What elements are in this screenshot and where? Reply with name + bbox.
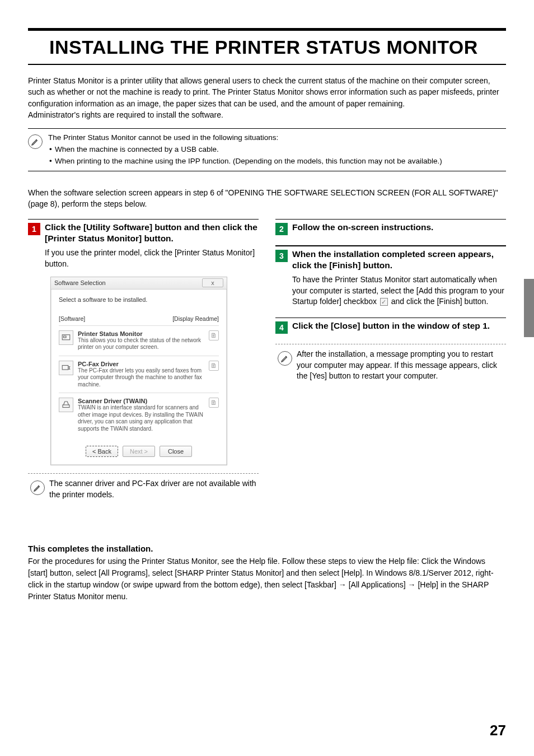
step-1-body: If you use the printer model, click the …: [45, 248, 259, 269]
left-column: 1 Click the [Utility Software] button an…: [28, 219, 259, 511]
pcfax-icon: [59, 361, 73, 375]
pencil-note-icon: [30, 480, 45, 495]
dialog-instruction: Select a software to be installed.: [59, 296, 219, 303]
svg-rect-2: [62, 365, 68, 370]
page-number: 27: [490, 722, 506, 739]
step-4: 4 Click the [Close] button in the window…: [275, 318, 506, 334]
side-tab: [524, 279, 534, 337]
step-2-bar: [275, 219, 506, 220]
note-right-text: After the installation, a message prompt…: [297, 349, 506, 382]
finish-body: For the procedures for using the Printer…: [28, 556, 506, 603]
pcfax-title: PC-Fax Driver: [78, 361, 204, 367]
step-4-badge: 4: [275, 321, 288, 334]
checkbox-icon: [380, 298, 388, 306]
finish-title: This completes the installation.: [28, 544, 506, 553]
step-3-bar: [275, 245, 506, 246]
step-4-bar: [275, 318, 506, 319]
note-left-text: The scanner driver and PC-Fax driver are…: [49, 478, 259, 500]
twain-desc: TWAIN is an interface standard for scann…: [78, 404, 204, 432]
svg-rect-1: [64, 336, 67, 338]
software-selection-dialog: Software Selection x Select a software t…: [50, 277, 227, 466]
step-1-title: Click the [Utility Software] button and …: [45, 222, 259, 244]
note-right: After the installation, a message prompt…: [278, 349, 506, 382]
step-3-body: To have the Printer Status Monitor start…: [292, 274, 506, 307]
readme-button-psm[interactable]: 🗎: [209, 330, 219, 340]
step-2-title: Follow the on-screen instructions.: [292, 222, 433, 233]
step-1: 1 Click the [Utility Software] button an…: [28, 219, 259, 501]
step-1-badge: 1: [28, 223, 40, 235]
note-left: The scanner driver and PC-Fax driver are…: [30, 478, 259, 500]
dialog-column-labels: [Software] [Display Readme]: [59, 315, 219, 322]
step-1-bar: [28, 219, 259, 220]
step-2: 2 Follow the on-screen instructions.: [275, 219, 506, 236]
finish-block: This completes the installation. For the…: [28, 544, 506, 603]
rule-top: [28, 28, 506, 31]
psm-desc: This allows you to check the status of t…: [78, 337, 204, 351]
intro-p1: Printer Status Monitor is a printer util…: [28, 75, 506, 109]
software-item-pcfax[interactable]: PC-Fax Driver The PC-Fax driver lets you…: [59, 356, 219, 393]
dialog-label-software: [Software]: [59, 315, 85, 322]
intro-text: Printer Status Monitor is a printer util…: [28, 75, 506, 120]
rule-under-title: [28, 64, 506, 65]
step-3-body-b: and click the [Finish] button.: [391, 297, 489, 306]
next-button[interactable]: Next >: [123, 446, 155, 457]
callout-text: When the software selection screen appea…: [28, 187, 506, 210]
dialog-titlebar: Software Selection x: [51, 277, 227, 290]
twain-title: Scanner Driver (TWAIN): [78, 398, 204, 404]
pcfax-desc: The PC-Fax driver lets you easily send f…: [78, 367, 204, 389]
step-3: 3 When the installation completed screen…: [275, 245, 506, 307]
note-box-top: The Printer Status Monitor cannot be use…: [28, 128, 506, 171]
pencil-note-icon: [278, 351, 292, 366]
note-top-b1: When the machine is connected by a USB c…: [48, 144, 442, 156]
close-button[interactable]: Close: [160, 446, 192, 457]
close-icon: x: [211, 280, 214, 286]
readme-button-twain[interactable]: 🗎: [209, 398, 219, 408]
note-top-b2: When printing to the machine using the I…: [48, 156, 442, 167]
software-item-twain[interactable]: Scanner Driver (TWAIN) TWAIN is an inter…: [59, 393, 219, 437]
svg-rect-3: [63, 405, 69, 408]
intro-p2: Administrator's rights are required to i…: [28, 109, 506, 120]
page-title: INSTALLING THE PRINTER STATUS MONITOR: [49, 36, 506, 58]
printer-status-icon: [59, 330, 73, 345]
step-2-badge: 2: [275, 223, 288, 235]
dashed-separator-right: [275, 344, 506, 344]
dashed-separator-left: [28, 473, 259, 474]
pencil-note-icon: [28, 134, 43, 149]
note-top-body: The Printer Status Monitor cannot be use…: [48, 132, 442, 167]
scanner-icon: [59, 398, 73, 412]
right-column: 2 Follow the on-screen instructions. 3 W…: [275, 219, 506, 511]
back-button[interactable]: < Back: [86, 446, 118, 457]
dialog-close-button[interactable]: x: [202, 278, 223, 287]
step-3-title: When the installation completed screen a…: [292, 249, 506, 271]
note-top-line1: The Printer Status Monitor cannot be use…: [48, 132, 442, 144]
step-4-title: Click the [Close] button in the window o…: [292, 320, 490, 332]
psm-title: Printer Status Monitor: [78, 330, 204, 337]
step-3-badge: 3: [275, 250, 288, 262]
dialog-title: Software Selection: [54, 279, 106, 286]
software-item-psm[interactable]: Printer Status Monitor This allows you t…: [59, 325, 219, 356]
readme-button-pcfax[interactable]: 🗎: [209, 361, 219, 371]
dialog-label-readme: [Display Readme]: [172, 315, 219, 322]
